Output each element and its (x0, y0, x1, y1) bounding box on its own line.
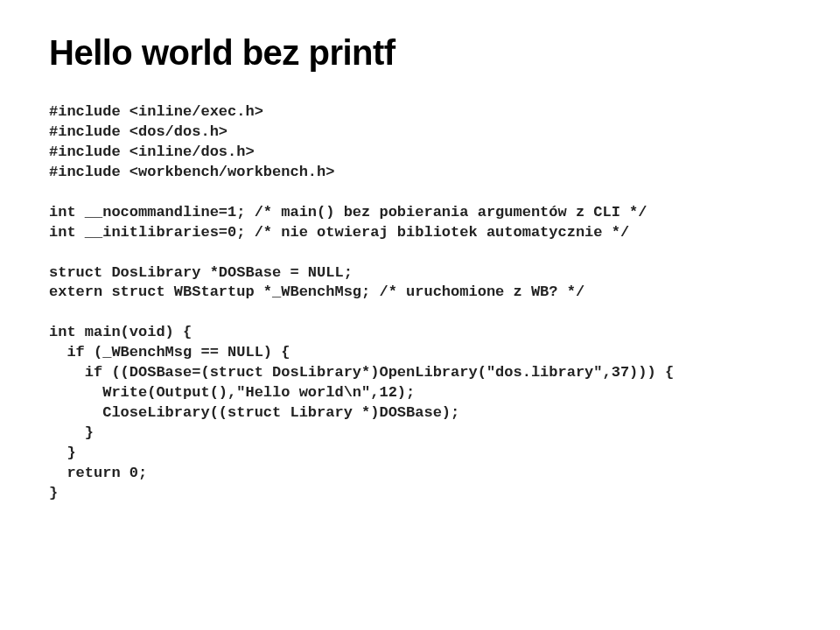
code-line: } (49, 485, 58, 501)
code-line: if (_WBenchMsg == NULL) { (49, 344, 290, 360)
code-line: extern struct WBStartup *_WBenchMsg; /* … (49, 284, 584, 300)
code-line: int __nocommandline=1; /* main() bez pob… (49, 204, 648, 220)
code-line: CloseLibrary((struct Library *)DOSBase); (49, 404, 459, 421)
slide-title: Hello world bez printf (49, 33, 791, 73)
code-line: #include <inline/dos.h> (49, 144, 255, 160)
code-line: #include <inline/exec.h> (49, 103, 263, 120)
code-line: int __initlibraries=0; /* nie otwieraj b… (49, 224, 629, 241)
slide: Hello world bez printf #include <inline/… (0, 0, 840, 630)
code-line: if ((DOSBase=(struct DosLibrary*)OpenLib… (49, 364, 674, 381)
code-line: #include <workbench/workbench.h> (49, 164, 334, 180)
code-line: struct DosLibrary *DOSBase = NULL; (49, 264, 353, 281)
code-line: } (49, 444, 76, 461)
code-line: } (49, 424, 94, 441)
code-block: #include <inline/exec.h> #include <dos/d… (49, 102, 791, 504)
code-line: return 0; (49, 465, 147, 481)
code-line: int main(void) { (49, 324, 192, 340)
code-line: #include <dos/dos.h> (49, 123, 228, 140)
code-line: Write(Output(),"Hello world\n",12); (49, 384, 415, 401)
